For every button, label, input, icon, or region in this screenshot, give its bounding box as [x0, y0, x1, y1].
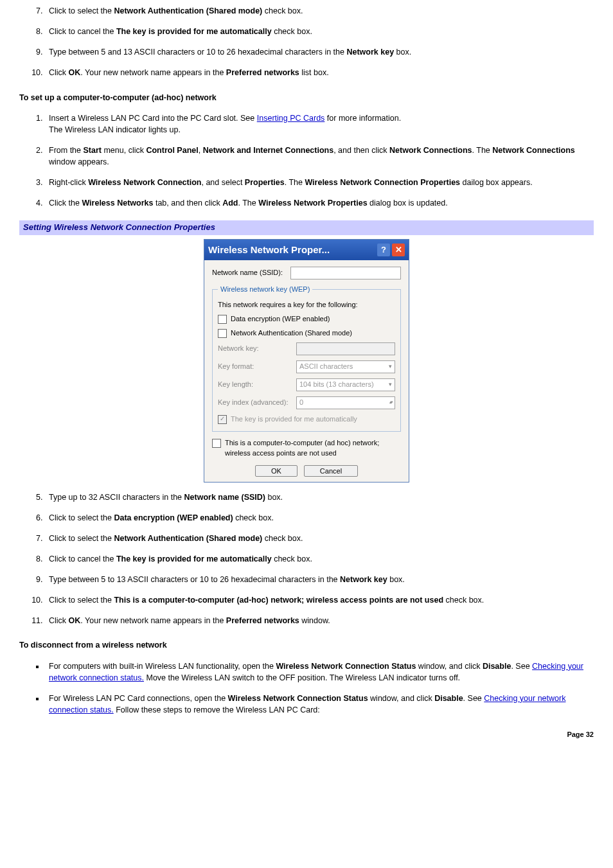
help-icon[interactable]: ?	[377, 244, 390, 256]
list-item: From the Start menu, click Control Panel…	[45, 145, 594, 168]
ssid-label: Network name (SSID):	[212, 268, 290, 278]
wireless-properties-dialog: Wireless Network Proper... ? ✕ Network n…	[204, 239, 409, 482]
list-item: Click to select the Data encryption (WEP…	[45, 512, 594, 524]
checkbox-wep[interactable]: Data encryption (WEP enabled)	[218, 314, 395, 324]
list-item: Click to select the Network Authenticati…	[45, 5, 594, 17]
checkbox-icon	[218, 329, 227, 338]
checkbox-icon	[218, 315, 227, 324]
list-item: Click to cancel the The key is provided …	[45, 26, 594, 37]
network-key-label: Network key:	[218, 344, 296, 354]
requires-text: This network requires a key for the foll…	[218, 300, 395, 310]
key-index-spinner: 0	[296, 396, 395, 409]
list-item: For computers with built-in Wireless LAN…	[45, 660, 594, 684]
dialog-titlebar: Wireless Network Proper... ? ✕	[204, 240, 409, 260]
list-item: Click to select the This is a computer-t…	[45, 594, 594, 606]
key-format-label: Key format:	[218, 362, 296, 372]
key-length-label: Key length:	[218, 380, 296, 390]
list-item: Click to select the Network Authenticati…	[45, 533, 594, 544]
list-item: Type up to 32 ASCII characters in the Ne…	[45, 492, 594, 503]
list-item: Type between 5 to 13 ASCII characters or…	[45, 574, 594, 585]
checkbox-icon: ✓	[218, 415, 227, 424]
list-item: For Wireless LAN PC Card connections, op…	[45, 693, 594, 716]
key-format-select: ASCII characters	[296, 360, 395, 373]
ssid-input[interactable]	[290, 267, 401, 279]
figure-caption: Setting Wireless Network Connection Prop…	[19, 220, 594, 235]
list-item: Click the Wireless Networks tab, and the…	[45, 197, 594, 209]
wep-fieldset: Wireless network key (WEP) This network …	[212, 285, 401, 432]
close-icon[interactable]: ✕	[392, 244, 405, 256]
steps-adhoc: Insert a Wireless LAN PC Card into the P…	[19, 112, 594, 209]
steps-after-dialog: Type up to 32 ASCII characters in the Ne…	[19, 492, 594, 627]
checkbox-adhoc[interactable]: This is a computer-to-computer (ad hoc) …	[212, 438, 401, 459]
dialog-wrapper: Wireless Network Proper... ? ✕ Network n…	[19, 239, 594, 482]
link-inserting-pc-cards[interactable]: Inserting PC Cards	[257, 114, 325, 123]
list-item: Click OK. Your new network name appears …	[45, 615, 594, 626]
checkbox-auto-key: ✓ The key is provided for me automatical…	[218, 414, 395, 425]
key-length-select: 104 bits (13 characters)	[296, 378, 395, 391]
network-key-input	[296, 342, 395, 355]
heading-adhoc: To set up a computer-to-computer (ad-hoc…	[19, 92, 594, 103]
list-item: Click OK. Your new network name appears …	[45, 67, 594, 78]
ok-button[interactable]: OK	[255, 465, 298, 477]
disconnect-bullets: For computers with built-in Wireless LAN…	[19, 660, 594, 716]
list-item: Click to cancel the The key is provided …	[45, 553, 594, 565]
list-item: Right-click Wireless Network Connection,…	[45, 177, 594, 188]
cancel-button[interactable]: Cancel	[304, 465, 358, 477]
key-index-label: Key index (advanced):	[218, 398, 296, 408]
checkbox-auth[interactable]: Network Authentication (Shared mode)	[218, 328, 395, 339]
checkbox-icon	[212, 439, 221, 448]
heading-disconnect: To disconnect from a wireless network	[19, 639, 594, 651]
steps-continuation: Click to select the Network Authenticati…	[19, 5, 594, 79]
list-item: Type between 5 and 13 ASCII characters o…	[45, 46, 594, 58]
list-item: Insert a Wireless LAN PC Card into the P…	[45, 112, 594, 136]
wep-legend: Wireless network key (WEP)	[218, 285, 312, 295]
dialog-title: Wireless Network Proper...	[208, 243, 377, 257]
page-number: Page 32	[19, 730, 594, 740]
